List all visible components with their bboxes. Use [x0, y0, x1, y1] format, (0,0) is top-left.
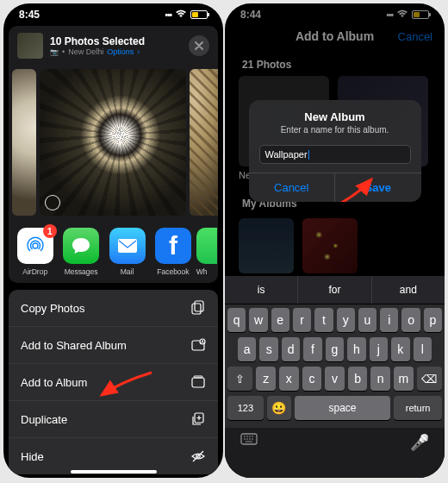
action-label: Duplicate: [21, 413, 67, 426]
numbers-key[interactable]: 123: [227, 396, 264, 420]
share-app-airdrop[interactable]: 1 AirDrop: [12, 228, 58, 276]
app-label: Facebook: [157, 267, 189, 276]
share-app-facebook[interactable]: f Facebook: [150, 228, 196, 276]
dialog-cancel-button[interactable]: Cancel: [249, 173, 336, 202]
dialog-message: Enter a name for this album.: [249, 125, 421, 141]
delete-key[interactable]: ⌫: [417, 367, 442, 391]
airdrop-icon: 1: [17, 228, 53, 264]
home-indicator[interactable]: [71, 470, 157, 474]
key-p[interactable]: p: [424, 308, 442, 332]
header-thumbnail: [17, 33, 43, 59]
share-title: 10 Photos Selected: [50, 35, 182, 47]
location-text: New Delhi: [68, 47, 103, 56]
key-a[interactable]: a: [238, 337, 256, 361]
dialog-save-button[interactable]: Save: [335, 173, 421, 202]
action-label: Hide: [21, 450, 44, 463]
svg-point-6: [202, 340, 203, 342]
whatsapp-icon: [196, 228, 217, 264]
key-m[interactable]: m: [394, 367, 414, 391]
album-name-input[interactable]: Wallpaper: [259, 145, 411, 164]
battery-icon: [190, 10, 208, 19]
chevron-right-icon: ›: [137, 47, 140, 56]
svg-point-0: [33, 243, 38, 248]
key-g[interactable]: g: [326, 337, 344, 361]
facebook-icon: f: [155, 228, 191, 264]
key-e[interactable]: e: [271, 308, 289, 332]
emoji-key[interactable]: 😀: [267, 396, 291, 420]
signal-icon: •••: [165, 10, 171, 20]
camera-icon: 📷: [50, 48, 59, 56]
app-label: Messages: [65, 267, 98, 276]
keyboard-area: is for and qwertyuiop asdfghjkl ⇧ zxcvbn…: [225, 276, 445, 478]
key-w[interactable]: w: [249, 308, 267, 332]
action-add-to-album[interactable]: Add to Album: [9, 364, 218, 401]
input-value: Wallpaper: [265, 149, 308, 160]
photo-preview-strip[interactable]: [9, 66, 218, 219]
key-b[interactable]: b: [348, 367, 368, 391]
status-time: 8:45: [19, 9, 40, 21]
copy-icon: [190, 300, 206, 316]
space-key[interactable]: space: [295, 396, 391, 420]
key-n[interactable]: n: [370, 367, 390, 391]
preview-thumb[interactable]: [40, 69, 186, 216]
messages-icon: [63, 228, 99, 264]
action-label: Add to Shared Album: [21, 339, 127, 352]
key-k[interactable]: k: [391, 337, 409, 361]
action-copy-photos[interactable]: Copy Photos: [9, 290, 218, 327]
share-app-messages[interactable]: Messages: [58, 228, 103, 276]
preview-thumb[interactable]: [12, 69, 36, 216]
status-bar: 8:45 •••: [3, 3, 223, 22]
app-label: Mail: [121, 267, 134, 276]
key-f[interactable]: f: [303, 337, 321, 361]
key-d[interactable]: d: [282, 337, 300, 361]
key-z[interactable]: z: [256, 367, 276, 391]
airdrop-badge: 1: [43, 224, 57, 238]
key-v[interactable]: v: [325, 367, 345, 391]
action-add-shared-album[interactable]: Add to Shared Album: [9, 327, 218, 364]
dictation-icon[interactable]: 🎤: [410, 433, 429, 452]
keyboard: qwertyuiop asdfghjkl ⇧ zxcvbnm⌫ 123 😀 sp…: [225, 304, 445, 428]
left-phone-share-sheet: 8:45 ••• 10 Photos Selected 📷 • New Delh…: [3, 3, 223, 478]
close-button[interactable]: [189, 35, 209, 56]
key-i[interactable]: i: [380, 308, 398, 332]
svg-rect-2: [195, 301, 203, 311]
preview-thumb[interactable]: [190, 69, 218, 216]
key-c[interactable]: c: [302, 367, 322, 391]
options-link[interactable]: Options: [107, 47, 134, 56]
key-t[interactable]: t: [314, 308, 333, 332]
dialog-title: New Album: [249, 100, 421, 125]
key-s[interactable]: s: [259, 337, 277, 361]
mail-icon: [109, 228, 146, 264]
share-app-mail[interactable]: Mail: [104, 228, 150, 276]
key-q[interactable]: q: [227, 308, 246, 332]
key-u[interactable]: u: [358, 308, 376, 332]
app-label: AirDrop: [22, 267, 47, 276]
close-icon: [195, 41, 203, 50]
keyboard-switch-icon[interactable]: [240, 433, 258, 452]
key-y[interactable]: y: [337, 308, 355, 332]
key-j[interactable]: j: [370, 337, 388, 361]
key-h[interactable]: h: [347, 337, 365, 361]
new-album-dialog: New Album Enter a name for this album. W…: [249, 100, 421, 202]
share-sheet-header: 10 Photos Selected 📷 • New Delhi Options…: [9, 26, 218, 66]
suggestion[interactable]: and: [372, 276, 445, 304]
suggestion[interactable]: is: [225, 276, 298, 304]
svg-line-11: [193, 451, 203, 461]
share-subtitle: 📷 • New Delhi Options ›: [50, 47, 182, 56]
svg-rect-7: [192, 378, 204, 387]
action-duplicate[interactable]: Duplicate: [9, 401, 218, 438]
action-hide[interactable]: Hide: [9, 438, 218, 474]
key-r[interactable]: r: [293, 308, 311, 332]
return-key[interactable]: return: [394, 396, 442, 420]
action-label: Add to Album: [21, 376, 87, 389]
key-l[interactable]: l: [414, 337, 432, 361]
shift-key[interactable]: ⇧: [227, 367, 252, 391]
album-icon: [190, 374, 206, 390]
shared-album-icon: [190, 337, 206, 353]
action-label: Copy Photos: [21, 302, 84, 315]
suggestion[interactable]: for: [298, 276, 371, 304]
selection-circle-icon[interactable]: [45, 195, 60, 210]
share-app-whatsapp[interactable]: Wh: [196, 228, 215, 276]
key-x[interactable]: x: [279, 367, 299, 391]
key-o[interactable]: o: [401, 308, 420, 332]
